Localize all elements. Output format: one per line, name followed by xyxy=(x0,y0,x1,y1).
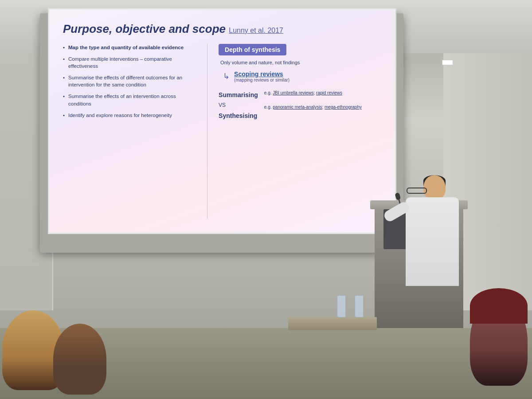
slide-right-column: Depth of synthesis Only volume and natur… xyxy=(219,44,381,219)
slide-columns: Map the type and quantity of available e… xyxy=(63,44,381,219)
bullet-list: Map the type and quantity of available e… xyxy=(63,44,196,119)
arrow-icon: ↳ xyxy=(223,71,230,81)
slide-left-column: Map the type and quantity of available e… xyxy=(63,44,196,219)
synthesising-label: Synthesising xyxy=(219,110,258,121)
scoping-reviews-block: Scoping reviews (mapping reviews or simi… xyxy=(234,70,289,82)
examples-top: e.g. JBI umbrella reviews; rapid reviews xyxy=(264,90,362,97)
list-item: Map the type and quantity of available e… xyxy=(63,44,196,51)
vs-label: VS xyxy=(219,101,258,110)
speaker-name-badge xyxy=(442,60,453,65)
audience xyxy=(0,288,532,399)
audience-head-2 xyxy=(53,324,106,395)
slide-title: Purpose, objective and scope Lunny et al… xyxy=(63,22,381,36)
slide-author: Lunny et al. 2017 xyxy=(229,27,283,34)
summarising-section: Summarising VS Synthesising e.g. JBI umb… xyxy=(219,90,381,121)
list-item: Summarise the effects of an intervention… xyxy=(63,93,196,107)
mapping-text: (mapping reviews or similar) xyxy=(234,78,289,82)
speaker-glasses xyxy=(407,188,427,194)
slide: Purpose, objective and scope Lunny et al… xyxy=(50,10,395,232)
speaker-body xyxy=(406,197,459,286)
list-item: Identify and explore reasons for heterog… xyxy=(63,112,196,119)
list-item: Compare multiple interventions – compara… xyxy=(63,55,196,70)
scoping-section: ↳ Scoping reviews (mapping reviews or si… xyxy=(223,70,381,82)
only-volume-text: Only volume and nature, not findings xyxy=(220,60,381,65)
speaker-head xyxy=(423,175,446,200)
column-divider xyxy=(207,44,207,219)
summ-labels: Summarising VS Synthesising xyxy=(219,90,258,121)
summarising-label: Summarising xyxy=(219,90,258,101)
examples-bottom: e.g. panoramic meta-analysis; mega-ethno… xyxy=(264,104,362,111)
list-item: Summarise the effects of different outco… xyxy=(63,74,196,88)
audience-head-3-hair xyxy=(470,288,528,324)
depth-badge: Depth of synthesis xyxy=(219,44,286,55)
summ-examples: e.g. JBI umbrella reviews; rapid reviews… xyxy=(264,90,362,121)
scoping-reviews-label: Scoping reviews xyxy=(234,70,289,78)
